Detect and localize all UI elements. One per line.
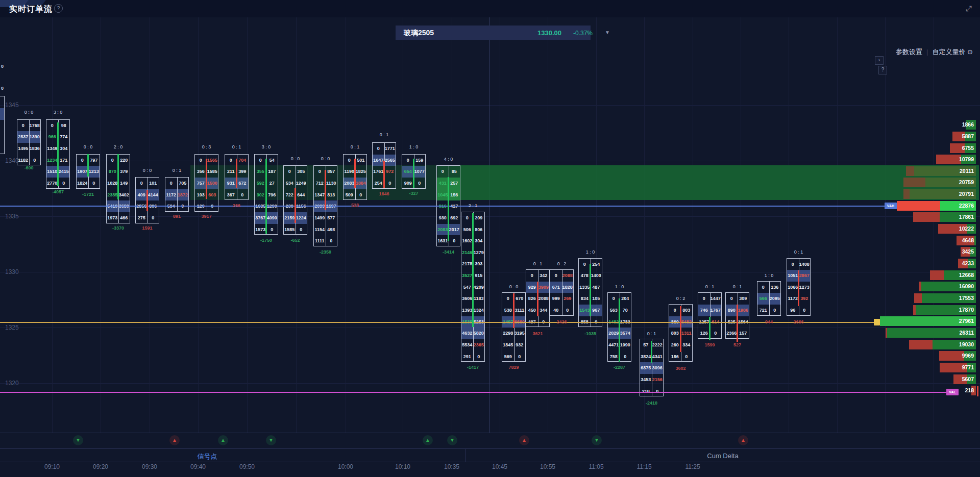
candle-overlay (798, 270, 799, 306)
custom-volume-price-button[interactable]: 自定义量价 (932, 48, 965, 56)
footprint-cell: 1045 (437, 189, 449, 201)
contract-selector[interactable]: 玻璃2505 1330.00 -0.37% ▼ (396, 26, 591, 40)
footprint-cell: 269 (562, 293, 574, 305)
footprint-cell: 3096 (652, 362, 664, 374)
cum-delta-panel-label[interactable]: Cum Delta (707, 452, 738, 460)
footprint-cell: 156 (449, 189, 460, 201)
delta-label: 944 (765, 319, 773, 324)
imbalance-header: 0 : 0 (84, 144, 93, 149)
time-gridline (741, 17, 741, 433)
imbalance-header: 0 : 1 (173, 168, 182, 173)
footprint-cell: 1907 (77, 166, 88, 178)
session-divider (489, 17, 489, 433)
footprint-cell: 0 (681, 351, 693, 363)
imbalance-header: 0 : 0 (509, 284, 519, 289)
footprint-cell: 498 (326, 224, 337, 236)
footprint-cell: 671 (550, 282, 562, 293)
footprint-cell: 569 (502, 351, 514, 363)
footprint-row: 12 (0, 96, 4, 108)
collapse-panel-button[interactable]: › (875, 56, 884, 65)
help-icon[interactable]: ? (54, 4, 63, 13)
candle-overlay (737, 305, 738, 342)
time-axis-label: 10:10 (395, 463, 410, 470)
axis-corner-label: 0 (1, 86, 4, 91)
signal-marker-buy[interactable]: ▲ (519, 435, 529, 445)
signal-panel-label[interactable]: 信号点 (198, 452, 217, 461)
footprint-cell: 670 (514, 293, 526, 305)
footprint-cell: 3909 (538, 282, 550, 293)
footprint-cell: 431 (437, 178, 449, 189)
footprint-cell: 1872 (177, 189, 189, 201)
footprint-cell: 932 (514, 339, 526, 351)
value-area-band (437, 165, 979, 200)
column-divider (177, 177, 178, 212)
signal-marker-sell[interactable]: ▼ (266, 435, 276, 445)
footprint-cell (0, 131, 4, 143)
signal-marker-buy[interactable]: ▲ (169, 435, 180, 445)
price-axis-label: 1320 (5, 380, 19, 387)
fullscreen-icon[interactable]: ⤢ (966, 4, 972, 13)
contract-change: -0.37% (573, 30, 593, 37)
profile-volume-value: 22876 (943, 203, 974, 209)
delta-label: -2410 (646, 400, 657, 406)
footprint-cell: 187 (266, 166, 278, 178)
time-axis-label: 11:05 (589, 463, 603, 470)
footprint-cell: 450 (526, 305, 538, 316)
signal-marker-buy[interactable]: ▲ (423, 435, 433, 445)
help-button[interactable]: ? (878, 66, 887, 74)
footprint-cell: 1172 (165, 189, 177, 201)
footprint-cell: 501 (355, 155, 367, 166)
price-gridline (0, 383, 980, 384)
profile-volume-value: 17861 (943, 214, 974, 220)
imbalance-header: 2 : 0 (114, 144, 123, 149)
delta-label: -1035 (584, 331, 596, 336)
signal-marker-sell[interactable]: ▼ (73, 435, 83, 445)
footprint-cell: 204 (620, 293, 631, 305)
footprint-cell: 509 (344, 189, 355, 201)
profile-volume-value: 4233 (943, 260, 974, 266)
footprint-cell: 105 (591, 293, 602, 305)
footprint-cell: 774 (58, 131, 70, 143)
time-gridline (101, 17, 101, 433)
settings-button[interactable]: 参数设置 (896, 48, 922, 56)
footprint-cell: 1825 (355, 166, 367, 178)
footprint-cell: 2222 (652, 339, 664, 351)
signal-marker-sell[interactable]: ▼ (447, 435, 457, 445)
contract-price: 1330.00 (537, 29, 561, 37)
footprint-cell: 0 (344, 155, 355, 166)
profile-volume-value: 9771 (943, 364, 974, 370)
delta-label: 1591 (142, 225, 152, 231)
footprint-cell: 3574 (620, 328, 631, 339)
footprint-cell: 704 (237, 155, 249, 166)
footprint-cell: 1761 (373, 166, 384, 178)
footprint-cell: 1986 (738, 305, 749, 316)
gear-icon[interactable]: ⊙ (967, 48, 973, 56)
delta-label: 2666 (793, 319, 803, 324)
footprint-cell: 1543 (579, 305, 591, 316)
axis-corner-label: 0 (1, 64, 4, 69)
footprint-cell: 0 (787, 259, 799, 270)
footprint-cell: 1279 (473, 247, 485, 259)
profile-sell-segment (914, 293, 922, 303)
time-gridline (198, 17, 199, 433)
footprint-cell: 1499 (314, 212, 326, 224)
profile-volume-value: 20111 (943, 168, 974, 174)
footprint-cell: 972 (384, 166, 396, 178)
time-gridline (52, 17, 53, 433)
val-chip: VAL (946, 389, 959, 395)
footprint-cell: 2088 (562, 270, 574, 282)
footprint-cell: 797 (88, 155, 100, 166)
signal-marker-buy[interactable]: ▲ (738, 435, 748, 445)
footprint-cell: 0 (652, 386, 664, 397)
candle-overlay (383, 161, 385, 188)
footprint-cell: 0 (17, 120, 29, 132)
delta-label: -2287 (614, 365, 625, 370)
signal-marker-sell[interactable]: ▼ (592, 435, 602, 445)
footprint-cell: 826 (526, 293, 538, 305)
footprint-cell: 0 (165, 178, 177, 189)
signal-marker-buy[interactable]: ▲ (218, 435, 228, 445)
footprint-cell: 5820 (473, 328, 485, 339)
vah-line (0, 206, 885, 207)
imbalance-header: 0 : 1 (380, 132, 389, 137)
footprint-cell: 399 (237, 166, 249, 178)
